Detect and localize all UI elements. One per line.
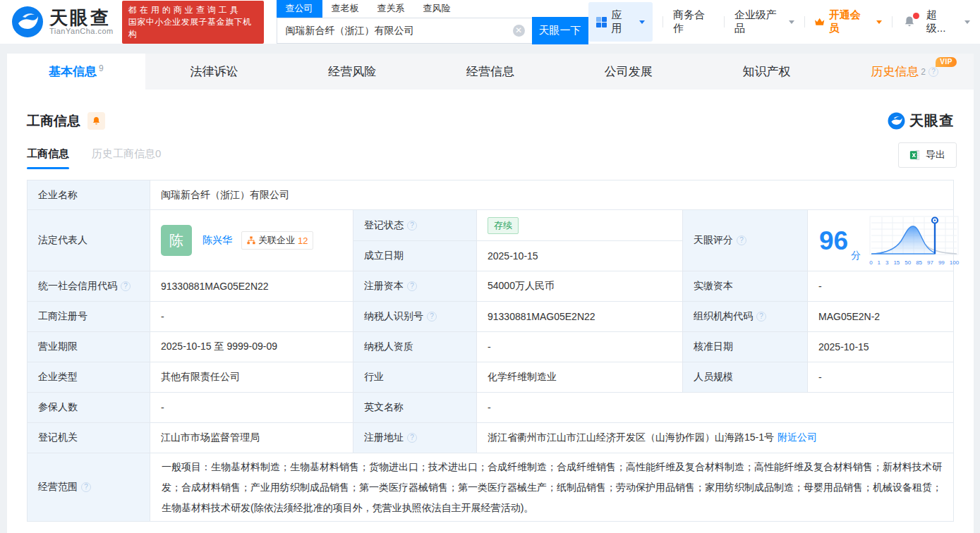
label-text: 统一社会信用代码 xyxy=(38,280,117,293)
help-icon[interactable] xyxy=(756,312,766,321)
label-text: 纳税人识别号 xyxy=(364,310,423,323)
field-label-taxpayer-quality: 纳税人资质 xyxy=(353,332,477,362)
score-distribution-chart[interactable]: 0131550859799100 xyxy=(869,216,959,266)
search-area: 查公司 查老板 查关系 查风险 ✕ 天眼一下 xyxy=(277,0,588,44)
search-input[interactable] xyxy=(277,18,532,44)
tab-label: 经营风险 xyxy=(328,63,376,80)
related-companies-badge[interactable]: 关联企业 12 xyxy=(241,231,313,250)
account-menu[interactable]: 超级... xyxy=(926,8,970,35)
tab-label: 基本信息 xyxy=(49,63,97,80)
related-label: 关联企业 xyxy=(258,234,295,247)
score-value: 96 xyxy=(819,228,848,254)
legal-representative-link[interactable]: 陈兴华 xyxy=(202,234,232,247)
label-text: 组织机构代码 xyxy=(694,310,753,323)
field-label-org-code: 组织机构代码 xyxy=(683,302,808,332)
subtab-current-info[interactable]: 工商信息 xyxy=(27,147,69,169)
help-icon[interactable] xyxy=(928,67,938,77)
search-tab-company[interactable]: 查公司 xyxy=(277,0,322,18)
notification-bell[interactable] xyxy=(902,15,917,29)
field-value-taxpayer-id: 91330881MAG05E2N22 xyxy=(477,302,683,332)
field-value-registration-status: 存续 xyxy=(477,210,683,241)
field-value-credit-code: 91330881MAG05E2N22 xyxy=(150,271,353,302)
business-info-panel: 工商信息 天眼查 工商信息 历史工商信息0 导出 xyxy=(7,90,974,533)
export-button[interactable]: 导出 xyxy=(898,142,957,168)
tab-history-info[interactable]: VIP 历史信息 2 xyxy=(835,54,974,90)
status-badge: 存续 xyxy=(488,217,519,234)
label-text: 注册地址 xyxy=(364,431,404,444)
label-text: 登记状态 xyxy=(364,219,404,232)
field-value-company-type: 其他有限责任公司 xyxy=(150,362,353,393)
nav-business-cooperation[interactable]: 商务合作 xyxy=(673,8,714,35)
field-label-tianyan-score: 天眼评分 xyxy=(683,210,808,271)
business-registration-table: 企业名称 闽瑞新合纤（浙江）有限公司 法定代表人 陈 陈兴华 关联企业 12 登… xyxy=(27,180,954,522)
subscribe-bell-button[interactable] xyxy=(87,112,105,130)
help-icon[interactable] xyxy=(81,482,91,492)
field-value-insured-count: - xyxy=(150,393,353,423)
help-icon[interactable] xyxy=(407,281,417,291)
field-value-english-name: - xyxy=(477,393,953,423)
divider xyxy=(804,16,805,27)
vip-badge: VIP xyxy=(936,57,957,67)
field-label-paid-capital: 实缴资本 xyxy=(683,271,808,302)
field-label-company-name: 企业名称 xyxy=(28,180,150,210)
notification-dot xyxy=(913,13,919,19)
field-label-industry: 行业 xyxy=(353,362,477,393)
clear-icon[interactable]: ✕ xyxy=(513,25,525,37)
help-icon[interactable] xyxy=(407,221,417,231)
apps-menu[interactable]: 应用 xyxy=(588,2,653,42)
top-header: 天眼查 TianYanCha.com 都在用的商业查询工具 国家中小企业发展子基… xyxy=(0,0,980,44)
field-value-staff-size: - xyxy=(808,362,953,393)
brand-domain: TianYanCha.com xyxy=(49,27,114,35)
avatar[interactable]: 陈 xyxy=(161,225,192,256)
nav-enterprise-products[interactable]: 企业级产品 xyxy=(734,8,794,35)
score-unit: 分 xyxy=(851,250,861,262)
tab-operational-risk[interactable]: 经营风险 xyxy=(283,54,421,90)
field-label-registration-authority: 登记机关 xyxy=(28,423,150,453)
search-button[interactable]: 天眼一下 xyxy=(532,17,588,44)
subtab-history-info[interactable]: 历史工商信息0 xyxy=(92,147,161,169)
tab-company-development[interactable]: 公司发展 xyxy=(559,54,698,90)
search-tab-risk[interactable]: 查风险 xyxy=(414,0,460,18)
help-icon[interactable] xyxy=(121,281,131,291)
caret-down-icon xyxy=(876,20,882,24)
tab-legal-litigation[interactable]: 法律诉讼 xyxy=(145,54,284,90)
help-icon[interactable] xyxy=(427,312,437,321)
field-value-business-scope: 一般项目：生物基材料制造；生物基材料销售；货物进出口；技术进出口；合成纤维制造；… xyxy=(150,453,953,521)
field-label-insured-count: 参保人数 xyxy=(28,393,150,423)
search-tabs: 查公司 查老板 查关系 查风险 xyxy=(277,0,588,18)
vip-label: 开通会员 xyxy=(829,8,869,35)
field-value-registration-authority: 江山市市场监督管理局 xyxy=(150,423,353,453)
excel-icon xyxy=(909,149,921,161)
field-value-registration-number: - xyxy=(150,302,353,332)
tianyancha-logo[interactable]: 天眼查 TianYanCha.com xyxy=(11,6,114,38)
tab-intellectual-property[interactable]: 知识产权 xyxy=(698,54,836,90)
slogan-line2: 国家中小企业发展子基金旗下机构 xyxy=(128,16,258,40)
search-tab-boss[interactable]: 查老板 xyxy=(322,0,368,18)
tab-basic-info[interactable]: 基本信息 9 xyxy=(7,54,145,90)
help-icon[interactable] xyxy=(407,433,417,443)
field-value-org-code: MAG05E2N-2 xyxy=(808,302,953,332)
field-label-staff-size: 人员规模 xyxy=(683,362,808,393)
field-value-taxpayer-quality: - xyxy=(477,332,683,362)
tianyancha-logo-icon xyxy=(888,112,905,130)
help-icon[interactable] xyxy=(737,235,746,245)
field-label-registration-number: 工商注册号 xyxy=(28,302,150,332)
slogan-line1: 都在用的商业查询工具 xyxy=(128,4,258,16)
label-text: 天眼评分 xyxy=(694,234,733,247)
label-text: 注册资本 xyxy=(364,280,404,293)
field-value-establish-date: 2025-10-15 xyxy=(477,241,683,271)
company-tabbar: 基本信息 9 法律诉讼 经营风险 经营信息 公司发展 知识产权 VIP 历史信息… xyxy=(7,54,974,90)
tianyancha-logo-icon xyxy=(11,6,44,38)
tab-business-info[interactable]: 经营信息 xyxy=(421,54,559,90)
tab-count: 9 xyxy=(99,63,104,73)
slogan-banner: 都在用的商业查询工具 国家中小企业发展子基金旗下机构 xyxy=(122,1,264,44)
section-title: 工商信息 xyxy=(27,112,80,130)
nearby-companies-link[interactable]: 附近公司 xyxy=(778,431,817,444)
field-label-business-scope: 经营范围 xyxy=(28,453,150,521)
field-label-taxpayer-id: 纳税人识别号 xyxy=(353,302,477,332)
open-vip-button[interactable]: 开通会员 xyxy=(814,8,881,35)
apps-grid-icon xyxy=(596,17,607,27)
search-tab-relation[interactable]: 查关系 xyxy=(368,0,414,18)
field-value-company-name: 闽瑞新合纤（浙江）有限公司 xyxy=(150,180,953,210)
score-axis-ticks: 0131550859799100 xyxy=(869,259,959,266)
